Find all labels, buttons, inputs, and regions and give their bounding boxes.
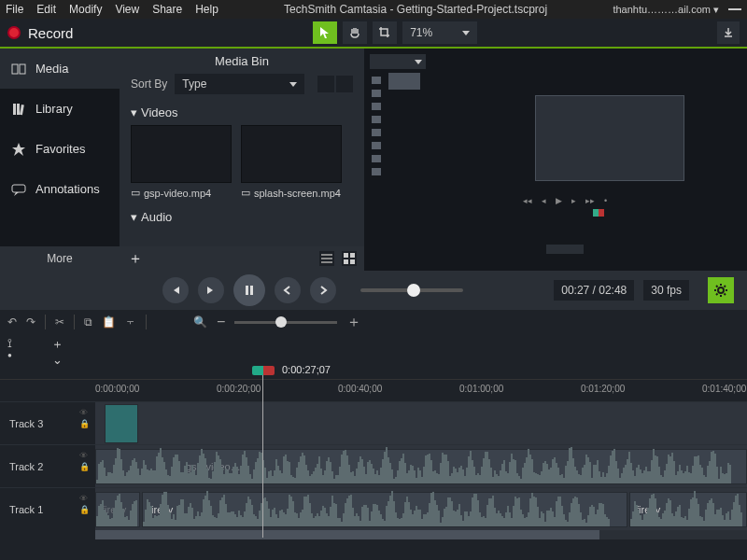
eye-icon[interactable]: 👁 [79, 494, 90, 503]
track-label[interactable]: Track 2👁🔒 [0, 445, 95, 487]
preview-mode-select[interactable] [370, 54, 426, 69]
media-item[interactable]: ▭gsp-video.mp4 [131, 125, 232, 199]
next-frame-button[interactable] [198, 277, 224, 303]
settings-button[interactable] [708, 277, 734, 303]
cursor-tool[interactable] [313, 21, 337, 44]
pan-tool[interactable] [343, 21, 367, 44]
ruler-tick: 0:01:20;00 [581, 384, 625, 394]
view-detail-button[interactable] [336, 76, 353, 92]
section-videos[interactable]: ▾ Videos [131, 105, 353, 119]
volume-slider[interactable] [360, 288, 463, 292]
pv-tool-icon[interactable] [372, 155, 381, 162]
paste-button[interactable]: 📋 [102, 315, 116, 329]
pause-button[interactable] [233, 274, 265, 306]
svg-rect-13 [246, 286, 248, 295]
bin-view-toggle-1[interactable] [319, 251, 334, 266]
timeline-clip[interactable]: firefly [629, 492, 747, 527]
scrollbar-thumb[interactable] [95, 530, 599, 539]
pv-dot-icon[interactable]: • [604, 196, 607, 205]
track-marker-icon[interactable]: ⟟ [7, 336, 12, 351]
menu-share[interactable]: Share [152, 3, 182, 16]
svg-rect-5 [12, 185, 25, 192]
tab-annotations[interactable]: Annotations [0, 169, 120, 209]
timeline-clip[interactable]: gsp-video… [95, 449, 747, 484]
pv-step-fwd-icon[interactable]: ▸ [571, 196, 576, 205]
media-item[interactable]: ▭splash-screen.mp4 [241, 125, 342, 199]
menu-file[interactable]: File [6, 3, 23, 16]
preview-canvas[interactable] [535, 95, 684, 181]
add-media-button[interactable]: ＋ [127, 250, 144, 267]
eye-icon[interactable]: 👁 [79, 451, 90, 460]
zoom-in-button[interactable]: ＋ [346, 313, 361, 332]
zoom-select[interactable]: 71% [402, 21, 477, 44]
timeline-clip[interactable]: firefly [142, 492, 627, 527]
preview-marker[interactable] [593, 209, 604, 217]
expand-tracks-button[interactable]: ⌄ [52, 353, 63, 367]
crop-tool[interactable] [373, 21, 397, 44]
menu-modify[interactable]: Modify [69, 3, 102, 16]
fps-display[interactable]: 30 fps [643, 280, 689, 301]
track-lane[interactable]: gsp-video… [95, 445, 747, 487]
minimize-icon[interactable] [728, 8, 741, 10]
zoom-out-button[interactable]: − [217, 314, 225, 330]
lock-icon[interactable]: 🔒 [79, 462, 90, 471]
tab-favorites-label: Favorites [35, 142, 85, 156]
zoom-fit-button[interactable]: 🔍 [193, 315, 207, 329]
pv-tool-icon[interactable] [372, 129, 381, 136]
pv-tool-icon[interactable] [372, 168, 381, 175]
waveform [96, 491, 139, 526]
pv-prev-icon[interactable]: ◂◂ [523, 196, 532, 205]
pv-step-back-icon[interactable]: ◂ [542, 196, 546, 205]
track-dot-icon[interactable]: ● [7, 351, 12, 359]
next-marker-button[interactable] [310, 277, 336, 303]
pv-tool-icon[interactable] [372, 142, 381, 149]
view-list-button[interactable] [317, 76, 334, 92]
slider-thumb[interactable] [275, 316, 287, 328]
tab-more[interactable]: More [0, 246, 120, 271]
slider-thumb[interactable] [407, 284, 420, 297]
undo-button[interactable]: ↶ [7, 315, 17, 329]
menu-view[interactable]: View [115, 3, 139, 16]
timeline-zoom-slider[interactable] [234, 321, 337, 324]
menu-edit[interactable]: Edit [36, 3, 56, 16]
add-track-button[interactable]: ＋ [51, 336, 63, 353]
ruler-tick: 0:00:40;00 [338, 384, 382, 394]
lock-icon[interactable]: 🔒 [79, 419, 90, 428]
redo-button[interactable]: ↷ [26, 315, 35, 329]
eye-icon[interactable]: 👁 [79, 408, 90, 417]
track-lane[interactable] [95, 402, 747, 444]
prev-frame-button[interactable] [162, 277, 189, 303]
pv-play-icon[interactable]: ▶ [556, 196, 562, 205]
timeline-ruler[interactable]: 0:00:00;00 0:00:20;00 0:00:40;00 0:01:00… [0, 379, 747, 401]
pv-tool-icon[interactable] [372, 103, 381, 110]
track-lane[interactable]: firefly firefly firefly [95, 488, 747, 530]
pv-tool-icon[interactable] [372, 90, 381, 97]
cut-button[interactable]: ✂ [55, 315, 64, 329]
pv-next-icon[interactable]: ▸▸ [585, 196, 595, 205]
pv-tool-icon[interactable] [372, 116, 381, 123]
sort-dropdown[interactable]: Type [175, 74, 304, 94]
lock-icon[interactable]: 🔒 [79, 505, 90, 514]
track-label[interactable]: Track 1👁🔒 [0, 488, 95, 530]
preview-scrollbar[interactable] [546, 245, 584, 254]
svg-rect-11 [344, 259, 348, 264]
track-label[interactable]: Track 3👁🔒 [0, 402, 95, 444]
record-button[interactable]: Record [7, 25, 73, 41]
timeline-clip[interactable] [105, 404, 138, 443]
timeline-scrollbar[interactable] [0, 530, 747, 539]
split-button[interactable]: ⫟ [125, 315, 136, 329]
tab-library[interactable]: Library [0, 89, 120, 129]
timeline-clip[interactable]: firefly [95, 492, 140, 527]
download-button[interactable] [717, 21, 740, 44]
playhead[interactable] [252, 366, 275, 375]
tab-media[interactable]: Media [0, 49, 120, 89]
prev-marker-button[interactable] [275, 277, 301, 303]
account-email[interactable]: thanhtu………ail.com ▾ [613, 4, 719, 16]
copy-button[interactable]: ⧉ [84, 315, 92, 329]
video-file-icon: ▭ [241, 187, 250, 199]
tab-favorites[interactable]: Favorites [0, 129, 120, 169]
pv-tool-icon[interactable] [372, 77, 381, 84]
bin-view-toggle-2[interactable] [342, 251, 357, 266]
menu-help[interactable]: Help [195, 3, 218, 16]
section-audio[interactable]: ▾ Audio [131, 210, 353, 224]
